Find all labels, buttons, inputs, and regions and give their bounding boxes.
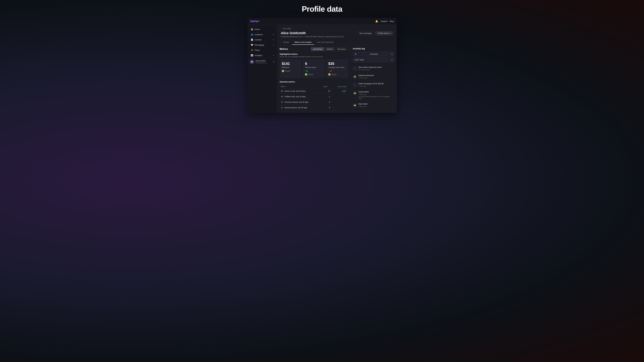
metric-value-revenue: $141	[282, 62, 299, 66]
profile-actions-button[interactable]: Profile actions ▾	[376, 31, 393, 35]
edit-metrics-button[interactable]: Edit metrics	[335, 47, 348, 51]
messaging-icon: 💬	[251, 44, 253, 46]
metric-row-icon: 🔵	[281, 90, 283, 92]
metric-label-orders: Placed orders	[305, 66, 322, 68]
sidebar-label-home: Home	[255, 28, 260, 30]
profile-info: Alice Goldsmith Goldsmith1997@mail.com •…	[281, 31, 344, 38]
sidebar-item-messaging[interactable]: 💬 Messaging ▾	[248, 42, 276, 47]
filter-days-label: Last 7 days	[355, 59, 364, 61]
metric-row-label: 👁 Viewed product, last 30 days	[280, 105, 322, 111]
table-row: 🔵 Active on site, last 30 days 15 ↑12%	[280, 88, 348, 94]
activity-icon: ✉	[353, 66, 357, 71]
blog-link[interactable]: Blog	[390, 20, 394, 22]
activity-item-title: Open ticket	[358, 103, 394, 105]
activity-item-title: Order Eucalyptus Oil for $29.99	[358, 83, 394, 85]
activity-item-time: 4 days ago	[358, 85, 394, 87]
tab-metrics[interactable]: Metrics and insights	[292, 40, 314, 45]
activity-item-title: Sent review request by email	[358, 66, 394, 68]
metric-row-trend	[331, 105, 348, 111]
activity-icon: 🎫	[353, 103, 357, 107]
sidebar-item-home[interactable]: 🏠 Home	[248, 27, 276, 32]
activity-item-time: 57 minutes ago	[358, 69, 394, 71]
col-header-value: Value	[322, 85, 331, 88]
back-link[interactable]: ← All profiles	[281, 28, 291, 30]
two-col-layout: Metrics Last 30 days All-time Edit metri…	[277, 45, 397, 113]
tab-lists[interactable]: Lists and segments	[314, 40, 336, 45]
activity-item-time: 4 days ago	[358, 105, 394, 107]
filter-events-icon: ⚙	[355, 53, 356, 55]
activity-item-sub: *Yes the discount applies to our Eucalyp…	[358, 96, 394, 99]
shopify-icon: S	[282, 70, 284, 72]
table-row: 👁 Viewed product, last 30 days 5	[280, 105, 348, 111]
trend-badge: ↑12%	[341, 90, 346, 92]
profile-tabs: Details Metrics and insights Lists and s…	[281, 40, 393, 45]
metric-card-aov: $35 Average order value ↓8% S Shopify	[326, 59, 348, 78]
activity-item-title: Shipment delivered	[358, 74, 394, 76]
metric-row-label: 🛍 Fulfilled order, last 30 days	[280, 94, 322, 99]
activity-item-title: Closed ticket	[358, 91, 394, 93]
metric-value-aov: $35	[328, 62, 346, 66]
profile-actions-row: View messages Profile actions ▾	[357, 31, 393, 35]
analytics-icon: 📊	[251, 54, 253, 56]
metric-row-icon: 🛒	[281, 101, 283, 103]
col-header-metric: Metric	[280, 85, 322, 88]
profile-name-row: Alice Goldsmith Goldsmith1997@mail.com •…	[281, 31, 393, 38]
filter-days-select[interactable]: Last 7 days ▾	[353, 58, 394, 62]
view-messages-button[interactable]: View messages	[357, 31, 374, 35]
user-info: James Black twebl@jamesbl...	[256, 60, 271, 64]
sidebar-item-flows[interactable]: ⚡ Flows	[248, 48, 276, 53]
chevron-down-icon: ▾	[392, 59, 392, 61]
chevron-down-icon: ▾	[392, 53, 392, 55]
metrics-title: Metrics	[280, 48, 288, 50]
support-link[interactable]: Support	[380, 20, 388, 22]
profile-header: ← All profiles Alice Goldsmith Goldsmith…	[277, 25, 397, 45]
user-name: James Black	[256, 60, 271, 62]
chevron-down-icon: ▾	[273, 39, 274, 41]
sidebar-label-audience: Audience	[255, 33, 263, 36]
highlighted-title: Highlighted metrics	[280, 53, 348, 55]
sidebar-item-analytics[interactable]: 📊 Analytics ▾	[248, 53, 276, 58]
tab-details[interactable]: Details	[281, 40, 292, 45]
profile-actions-label: Profile actions	[378, 32, 389, 34]
chevron-down-icon: ▾	[390, 32, 391, 34]
activity-content: Shipment delivered 2 hours ago	[358, 74, 394, 79]
activity-content: Closed ticket 4 days ago *Yes the discou…	[358, 91, 394, 99]
activity-title: Activity log	[353, 47, 394, 50]
shopify-icon: S	[328, 73, 330, 75]
content-area: ← All profiles Alice Goldsmith Goldsmith…	[277, 25, 397, 113]
badge-down-aov: ↓8%	[328, 70, 333, 72]
main-layout: 🏠 Home 👥 Audience ▾ 📄 Content ▾	[248, 25, 397, 113]
metric-card-revenue: $141 Revenue S Shopify	[280, 59, 302, 78]
alltime-button[interactable]: All-time	[325, 47, 334, 51]
metric-row-value: 15	[322, 88, 331, 94]
page-heading: Profile data	[302, 4, 342, 13]
logo: klaviyo·	[250, 20, 260, 23]
highlighted-sub: These are set to highlight important met…	[280, 56, 348, 58]
metrics-table: Metric Value Last 30 days 🔵 Active on si…	[280, 85, 348, 111]
sidebar-item-audience[interactable]: 👥 Audience ▾	[248, 32, 276, 37]
metric-source-revenue: S Shopify	[282, 70, 299, 72]
sidebar-item-content[interactable]: 📄 Content ▾	[248, 37, 276, 42]
metric-row-trend	[331, 99, 348, 105]
activity-panel: Activity log ⚙ All events ▾ Last 7 days …	[350, 45, 397, 113]
last30-button[interactable]: Last 30 days	[311, 47, 324, 51]
chevron-down-icon: ▾	[273, 33, 274, 35]
activity-content: Open ticket 4 days ago	[358, 103, 394, 107]
profile-name: Alice Goldsmith	[281, 31, 344, 35]
metric-source-aov: S Shopify	[328, 73, 346, 75]
gear-icon[interactable]: ⚙	[273, 61, 275, 63]
metric-card-orders: 6 Placed orders +2 S Shopify	[303, 59, 324, 78]
metric-label-revenue: Revenue	[282, 66, 299, 68]
metrics-header: Metrics Last 30 days All-time Edit metri…	[280, 47, 348, 51]
activity-item-time: 2 hours ago	[358, 77, 394, 79]
filter-events-select[interactable]: ⚙ All events ▾	[353, 52, 394, 56]
selected-metrics-label: Selected metrics	[280, 81, 348, 83]
metric-row-trend	[331, 94, 348, 99]
activity-item: 🎫 Open ticket 4 days ago	[353, 101, 394, 109]
avatar: JB	[250, 60, 254, 64]
activity-content: Sent review request by email 57 minutes …	[358, 66, 394, 71]
activity-icon: 📦	[353, 75, 357, 79]
sidebar-label-messaging: Messaging	[255, 44, 264, 46]
activity-icon: 🎫	[353, 91, 357, 95]
notification-button[interactable]: 🔔	[375, 20, 378, 23]
